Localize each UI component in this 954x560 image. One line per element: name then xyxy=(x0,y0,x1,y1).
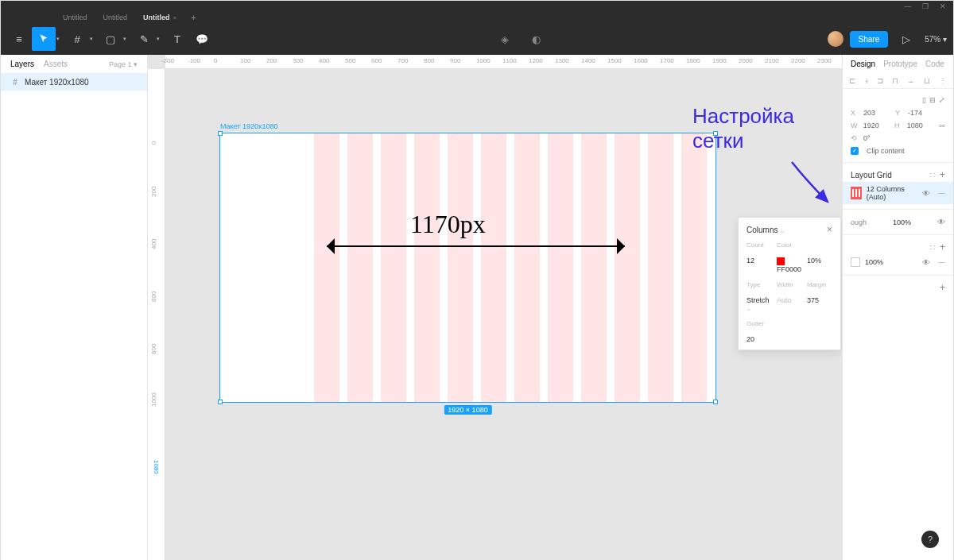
gutter-input[interactable]: 20 xyxy=(747,335,832,343)
layout-grid-section: Layout Grid xyxy=(851,171,892,180)
margin-input[interactable]: 375 xyxy=(807,296,832,312)
visibility-icon[interactable]: 👁 xyxy=(922,189,930,198)
close-icon[interactable]: × xyxy=(173,14,177,21)
document-tab[interactable]: Untitled xyxy=(56,14,94,21)
document-tab[interactable]: Untitled xyxy=(97,14,134,21)
ruler-vertical[interactable]: 02004006008001000 xyxy=(148,69,165,560)
help-button[interactable]: ? xyxy=(921,531,939,548)
shape-tool[interactable]: ▢ xyxy=(99,27,122,51)
align-icons[interactable]: ⊏⫞⊐⊓⫠⊔⋮ xyxy=(843,73,953,88)
close-icon[interactable]: × xyxy=(827,224,832,235)
frame-label: Макет 1920х1080 xyxy=(220,122,278,130)
color-input[interactable]: FF0000 xyxy=(777,257,802,273)
align-bottom-icon: ⊔ xyxy=(924,76,930,85)
layout-grid-item[interactable]: 12 Columns (Auto) 👁 — xyxy=(843,182,953,204)
x-input[interactable]: 203 xyxy=(863,109,890,117)
columns-settings-popup: Columns ⌵ × Count Color 12 FF0000 10% Ty… xyxy=(738,217,841,350)
chevron-down-icon[interactable]: ▾ xyxy=(90,36,98,42)
width-input[interactable]: Auto xyxy=(777,296,802,312)
tab-design[interactable]: Design xyxy=(851,60,875,68)
visibility-icon[interactable]: 👁 xyxy=(937,218,945,226)
opacity-input[interactable]: 10% xyxy=(807,257,832,273)
add-tab-button[interactable]: + xyxy=(186,13,200,22)
count-input[interactable]: 12 xyxy=(747,257,772,273)
popup-title: Columns ⌵ xyxy=(747,226,785,234)
toolbar: ≡ ▾ # ▾ ▢ ▾ ✎ ▾ T 💬 ◈ ◐ Share ▷ 57% ▾ xyxy=(1,23,953,55)
ruler-v-hl: 1080 xyxy=(148,460,160,474)
mask-icon[interactable]: ◐ xyxy=(525,27,549,51)
columns-icon[interactable] xyxy=(851,187,862,199)
rotation-input[interactable]: 0° xyxy=(863,134,890,142)
zoom-level[interactable]: 57% ▾ xyxy=(925,35,947,44)
type-label: Type xyxy=(747,281,772,288)
visibility-icon[interactable]: 👁 xyxy=(922,258,930,267)
tab-assets[interactable]: Assets xyxy=(44,60,68,68)
h-input[interactable]: 1080 xyxy=(907,122,933,129)
color-label: Color xyxy=(777,241,832,249)
align-right-icon: ⊐ xyxy=(877,76,883,85)
remove-icon[interactable]: — xyxy=(938,189,945,197)
styles-icon[interactable]: ∷ xyxy=(930,243,935,252)
layers-panel: Layers Assets Page 1 ▾ # Макет 1920х1080 xyxy=(1,55,148,560)
tab-prototype[interactable]: Prototype xyxy=(883,60,917,68)
chevron-down-icon[interactable]: ▾ xyxy=(56,36,64,42)
share-button[interactable]: Share xyxy=(850,31,889,48)
blend-mode-select[interactable]: ough xyxy=(851,218,867,226)
component-icon[interactable]: ◈ xyxy=(493,27,517,51)
align-center-icon: ⫞ xyxy=(864,76,868,85)
type-select[interactable]: Stretch ⌵ xyxy=(747,296,772,312)
opacity-input[interactable]: 100% xyxy=(893,218,911,226)
orientation-icon[interactable]: ⊟ xyxy=(929,96,936,104)
annotation-arrow xyxy=(327,245,625,247)
svg-rect-2 xyxy=(859,189,860,197)
menu-button[interactable]: ≡ xyxy=(7,27,31,51)
clip-content-checkbox[interactable]: ✓ xyxy=(851,147,859,155)
fill-swatch[interactable] xyxy=(851,257,860,267)
y-input[interactable]: -174 xyxy=(908,109,935,117)
frame-tool[interactable]: # xyxy=(65,27,89,51)
resize-icon[interactable]: ⤢ xyxy=(939,96,945,104)
selected-frame[interactable]: Макет 1920х1080 1920 × 1080 xyxy=(219,133,716,403)
avatar[interactable] xyxy=(828,31,843,47)
os-minimize-button[interactable]: — xyxy=(904,2,912,10)
remove-icon[interactable]: — xyxy=(938,258,945,266)
clip-content-label: Clip content xyxy=(867,147,905,155)
gutter-label: Gutter xyxy=(747,320,832,327)
document-tab-active[interactable]: Untitled× xyxy=(137,14,183,21)
text-tool[interactable]: T xyxy=(165,27,189,51)
os-close-button[interactable]: ✕ xyxy=(939,2,947,10)
add-layout-grid-button[interactable]: + xyxy=(940,169,945,180)
move-tool[interactable] xyxy=(32,27,56,51)
page-selector[interactable]: Page 1 ▾ xyxy=(109,60,138,68)
fill-row[interactable]: 100% 👁 — xyxy=(843,254,953,270)
link-icon[interactable]: ⫘ xyxy=(938,122,945,129)
comment-tool[interactable]: 💬 xyxy=(190,27,214,51)
svg-rect-0 xyxy=(852,189,854,197)
rotation-icon: ⟲ xyxy=(851,134,859,142)
frame-preset-icon[interactable]: ▯ xyxy=(922,96,926,104)
canvas[interactable]: -200-10001002003004005006007008009001000… xyxy=(148,55,842,560)
ruler-horizontal[interactable]: -200-10001002003004005006007008009001000… xyxy=(165,55,842,69)
pen-tool[interactable]: ✎ xyxy=(132,27,156,51)
tab-code[interactable]: Code xyxy=(925,60,944,68)
add-stroke-button[interactable]: + xyxy=(940,282,945,293)
add-fill-button[interactable]: + xyxy=(940,241,945,253)
align-top-icon: ⊓ xyxy=(892,76,898,85)
w-input[interactable]: 1920 xyxy=(863,122,890,129)
frame-dimensions: 1920 × 1080 xyxy=(444,405,491,415)
present-button[interactable]: ▷ xyxy=(894,27,918,51)
document-tabs: Untitled Untitled Untitled× + xyxy=(1,12,953,23)
layer-row[interactable]: # Макет 1920х1080 xyxy=(1,73,147,91)
count-label: Count xyxy=(747,241,772,249)
frame-icon: # xyxy=(10,77,20,87)
grid-styles-icon[interactable]: ∷ xyxy=(930,171,935,180)
annotation-pointer-arrow xyxy=(788,158,836,214)
os-maximize-button[interactable]: ❐ xyxy=(921,2,929,10)
chevron-down-icon[interactable]: ▾ xyxy=(157,36,165,42)
layout-grid-overlay xyxy=(314,133,707,402)
chevron-down-icon[interactable]: ▾ xyxy=(123,36,131,42)
tab-layers[interactable]: Layers xyxy=(10,60,34,68)
annotation-overlay-text: Настройкасетки xyxy=(692,104,794,153)
width-label: Width xyxy=(777,281,802,288)
os-titlebar: — ❐ ✕ xyxy=(1,1,953,12)
